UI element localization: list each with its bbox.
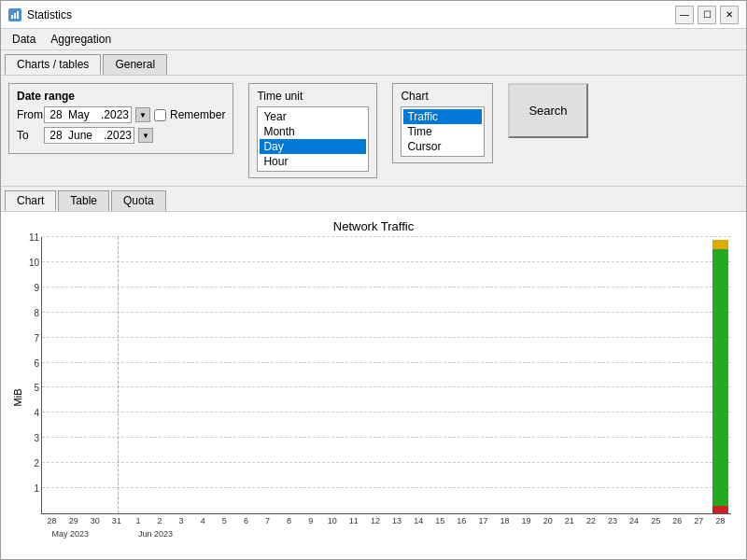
y-tick-label: 4 [34, 408, 42, 418]
time-unit-day[interactable]: Day [260, 139, 366, 154]
time-unit-year[interactable]: Year [260, 109, 366, 124]
title-bar-left: Statistics [8, 8, 72, 21]
grid-line [42, 386, 731, 387]
minimize-button[interactable]: — [675, 6, 694, 24]
x-tick-label: 28 [48, 516, 57, 525]
from-date-dropdown[interactable]: ▼ [135, 107, 150, 122]
svg-rect-0 [11, 15, 13, 19]
tab-charts-tables[interactable]: Charts / tables [5, 54, 101, 75]
from-month-field: May [68, 108, 98, 121]
y-tick-label: 2 [34, 458, 42, 469]
x-tick-label: 4 [201, 516, 205, 525]
close-button[interactable]: ✕ [720, 6, 739, 24]
x-tick-label: 5 [222, 516, 227, 525]
grid-line [42, 261, 731, 262]
x-tick-label: 15 [435, 516, 444, 525]
y-tick-label: 1 [34, 483, 42, 494]
to-date-dropdown[interactable]: ▼ [138, 128, 153, 143]
grid-line [42, 236, 731, 237]
month-divider-line [118, 237, 119, 513]
from-date-input[interactable]: May .2023 [44, 106, 132, 123]
controls-area: Date range From May .2023 ▼ Remember To [1, 76, 746, 187]
x-tick-label: 10 [328, 516, 337, 525]
y-tick-label: 3 [34, 433, 42, 443]
y-tick-label: 10 [29, 257, 42, 267]
chart-area: Network Traffic MiB 1234567891011 282930… [1, 212, 746, 559]
svg-rect-2 [17, 11, 19, 19]
window-title: Statistics [27, 8, 72, 21]
y-axis-label: MiB [12, 389, 23, 407]
grid-line [42, 312, 731, 313]
tab-general[interactable]: General [103, 54, 167, 75]
chart-type-traffic[interactable]: Traffic [403, 109, 482, 124]
grid-line [42, 362, 731, 363]
x-tick-label: 30 [91, 516, 100, 525]
y-tick-label: 5 [34, 383, 42, 393]
from-label: From [17, 108, 40, 121]
x-tick-label: 14 [414, 516, 423, 525]
search-button[interactable]: Search [508, 83, 587, 138]
x-tick-label: 8 [287, 516, 291, 525]
x-tick-label: 11 [349, 516, 359, 525]
remember-check: Remember [154, 108, 225, 121]
chart-title: Network Traffic [8, 219, 739, 233]
to-year-field: .2023 [104, 129, 132, 142]
view-tab-table[interactable]: Table [58, 190, 109, 211]
x-tick-label: 22 [586, 516, 596, 525]
x-tick-label: 31 [112, 516, 121, 525]
x-tick-label: 21 [565, 516, 574, 525]
x-tick-label: 25 [651, 516, 660, 525]
bar-segment-green [712, 249, 727, 505]
x-axis-labels: 2829303112345678910111213141516171819202… [41, 514, 731, 547]
grid-line [42, 412, 731, 413]
time-unit-box: Time unit Year Month Day Hour [248, 83, 377, 178]
chart-wrapper: MiB 1234567891011 2829303112345678910111… [41, 237, 731, 547]
x-tick-label: 13 [392, 516, 402, 525]
grid-line [42, 287, 731, 287]
y-tick-label: 11 [29, 232, 42, 243]
app-icon [8, 8, 21, 21]
x-tick-label: 27 [694, 516, 703, 525]
to-date-input[interactable]: June .2023 [44, 127, 134, 144]
maximize-button[interactable]: ☐ [698, 6, 716, 24]
month-label-jun: Jun 2023 [138, 529, 173, 539]
time-unit-hour[interactable]: Hour [260, 154, 366, 169]
x-tick-label: 29 [69, 516, 78, 525]
x-tick-label: 9 [308, 516, 313, 525]
title-bar: Statistics — ☐ ✕ [1, 1, 746, 29]
remember-checkbox[interactable] [154, 109, 166, 121]
grid-line [42, 337, 731, 338]
bar-segment-red [712, 506, 727, 513]
x-tick-label: 7 [265, 516, 270, 525]
x-tick-label: 17 [478, 516, 487, 525]
y-tick-label: 6 [34, 357, 42, 368]
from-year-field: .2023 [101, 108, 129, 121]
to-day-field[interactable] [47, 129, 65, 142]
title-bar-buttons: — ☐ ✕ [675, 6, 739, 24]
view-tab-chart[interactable]: Chart [5, 190, 56, 211]
x-tick-label: 12 [371, 516, 380, 525]
x-tick-label: 2 [158, 516, 162, 525]
date-range-label: Date range [17, 90, 225, 103]
chart-type-cursor[interactable]: Cursor [403, 139, 482, 154]
x-tick-label: 20 [543, 516, 553, 525]
menu-aggregation[interactable]: Aggregation [43, 31, 119, 48]
main-window: Statistics — ☐ ✕ Data Aggregation Charts… [0, 0, 747, 560]
y-tick-label: 8 [34, 307, 42, 317]
x-tick-label: 18 [500, 516, 510, 525]
menu-data[interactable]: Data [5, 31, 43, 48]
time-unit-month[interactable]: Month [260, 124, 366, 139]
from-row: From May .2023 ▼ Remember [17, 106, 225, 123]
x-tick-label: 26 [672, 516, 682, 525]
view-tabs-bar: Chart Table Quota [1, 187, 746, 212]
x-tick-label: 28 [715, 516, 725, 525]
time-unit-listbox: Year Month Day Hour [257, 106, 369, 172]
chart-type-time[interactable]: Time [403, 124, 482, 139]
view-tab-quota[interactable]: Quota [111, 190, 166, 211]
x-tick-label: 19 [522, 516, 531, 525]
menu-bar: Data Aggregation [1, 29, 746, 50]
to-label: To [17, 129, 40, 142]
from-day-field[interactable] [47, 108, 65, 121]
chart-type-label: Chart [401, 90, 485, 103]
x-tick-label: 23 [608, 516, 617, 525]
